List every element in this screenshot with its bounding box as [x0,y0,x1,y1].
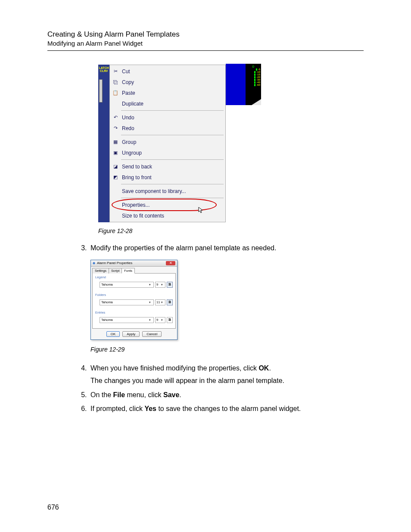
menu-ungroup[interactable]: ▣ Ungroup [110,147,225,158]
figure-12-28: LATCH CLR# ✂ Cut ⿻ Copy 📋 Paste [98,65,364,234]
legend-font-value: Tahoma [101,283,113,286]
step-5d: Save [163,391,179,398]
menu-ungroup-label: Ungroup [122,150,142,156]
dialog-icon: ◆ [93,261,95,265]
section-legend-title: Legend [95,275,173,279]
header-rule [47,50,364,51]
header-title: Creating & Using Alarm Panel Templates [47,30,364,39]
dialog-title: Alarm Panel Properties [97,261,132,265]
section-entries: Entries Tahoma ▾ 9 ▾ [95,311,173,323]
step-5c: menu, click [125,391,163,398]
cut-icon: ✂ [112,68,118,75]
menu-separator [121,198,224,198]
menu-size-to-fit[interactable]: Size to fit contents [110,210,225,221]
menu-save-component-label: Save component to library... [122,188,186,194]
header-subtitle: Modifying an Alarm Panel Widget [47,40,364,47]
folders-size-select[interactable]: 11 ▾ [155,299,165,305]
blank-icon [112,101,118,107]
ok-button[interactable]: OK [106,331,120,337]
meter-scale: -5 -10 -15 -20 -30 -40 -60 [247,68,260,86]
blank-icon [112,188,118,194]
menu-separator [121,135,224,135]
figure-caption: Figure 12-28 [98,227,364,234]
group-icon: ▦ [112,139,118,145]
step-5a: On the [90,391,113,398]
chevron-down-icon: ▾ [148,283,152,286]
menu-group[interactable]: ▦ Group [110,137,225,147]
menu-copy[interactable]: ⿻ Copy [110,77,225,87]
apply-button[interactable]: Apply [122,331,140,337]
menu-separator [121,159,224,160]
step-6b: Yes [144,405,156,412]
step-6a: If prompted, click [90,405,144,412]
left-label-2: CLR# [98,69,109,72]
folders-bold-toggle[interactable]: B [167,299,173,305]
close-button[interactable]: ✕ [166,261,175,265]
menu-duplicate-label: Duplicate [122,101,143,107]
entries-bold-toggle[interactable]: B [167,317,173,323]
menu-bring-front-label: Bring to front [122,174,152,180]
menu-size-to-fit-label: Size to fit contents [122,213,164,219]
dialog-titlebar: ◆ Alarm Panel Properties ✕ [91,260,177,267]
step-4b: OK [258,364,269,372]
menu-cut[interactable]: ✂ Cut [110,66,225,77]
fonts-panel: Legend Tahoma ▾ 9 ▾ [92,273,176,329]
menu-paste[interactable]: 📋 Paste [110,87,225,98]
step-6c: to save the changes to the alarm panel w… [156,405,301,412]
figure-caption: Figure 12-29 [90,345,364,355]
chevron-down-icon: ▾ [148,301,152,304]
page-number: 676 [47,504,59,511]
context-menu-screenshot: LATCH CLR# ✂ Cut ⿻ Copy 📋 Paste [98,65,226,222]
menu-cut-label: Cut [122,68,130,75]
menu-properties-label: Properties... [122,202,150,208]
folders-font-select[interactable]: Tahoma ▾ [100,299,154,305]
step-5: On the File menu, click Save. [89,390,364,401]
panel-right-meter: 0 -5 -10 -15 -20 -30 -40 -60 [226,64,261,105]
entries-size-select[interactable]: 9 ▾ [155,317,165,323]
redo-icon: ↷ [112,125,118,131]
alarm-panel-properties-dialog: ◆ Alarm Panel Properties ✕ Settings Scri… [90,260,177,340]
menu-redo[interactable]: ↷ Redo [110,123,225,134]
menu-bring-to-front[interactable]: ◩ Bring to front [110,172,225,183]
tab-settings[interactable]: Settings [92,268,109,274]
step-6: If prompted, click Yes to save the chang… [89,404,364,414]
folders-font-value: Tahoma [101,300,113,304]
section-entries-title: Entries [95,311,173,314]
context-menu: ✂ Cut ⿻ Copy 📋 Paste Duplicate ↶ [109,65,226,222]
step-4d: The changes you made will appear in the … [90,376,364,386]
step-3-text: Modify the properties of the alarm panel… [90,244,276,252]
tab-script[interactable]: Script [109,268,122,274]
legend-size-select[interactable]: 9 ▾ [155,282,165,288]
entries-font-select[interactable]: Tahoma ▾ [100,317,154,323]
menu-group-label: Group [122,139,136,145]
step-4c: . [269,364,271,372]
legend-font-select[interactable]: Tahoma ▾ [100,282,154,288]
menu-properties[interactable]: Properties... [110,199,225,210]
chevron-down-icon: ▾ [148,318,152,322]
menu-undo[interactable]: ↶ Undo [110,112,225,123]
chevron-down-icon: ▾ [160,301,164,304]
paste-icon: 📋 [112,90,118,96]
dialog-buttons: OK Apply Cancel [92,331,176,337]
folders-size-value: 11 [156,300,160,304]
tab-fonts[interactable]: Fonts [121,268,135,274]
cursor-icon [198,207,203,214]
page-header: Creating & Using Alarm Panel Templates M… [47,30,364,51]
step-5b: File [113,391,125,398]
menu-redo-label: Redo [122,125,134,131]
ungroup-icon: ▣ [112,150,118,156]
entries-size-value: 9 [156,318,158,322]
cancel-button[interactable]: Cancel [142,331,162,337]
left-label-1: LATCH [98,66,109,69]
section-folders: Folders Tahoma ▾ 11 ▾ [95,293,173,305]
menu-paste-label: Paste [122,90,135,96]
menu-save-component[interactable]: Save component to library... [110,186,225,196]
menu-separator [121,184,224,184]
menu-send-to-back[interactable]: ◪ Send to back [110,161,225,172]
figure-12-29: ◆ Alarm Panel Properties ✕ Settings Scri… [90,260,364,355]
section-folders-title: Folders [95,293,173,297]
send-back-icon: ◪ [112,164,118,170]
menu-duplicate[interactable]: Duplicate [110,98,225,109]
step-4a: When you have finished modifying the pro… [90,364,258,372]
legend-bold-toggle[interactable]: B [167,282,173,288]
